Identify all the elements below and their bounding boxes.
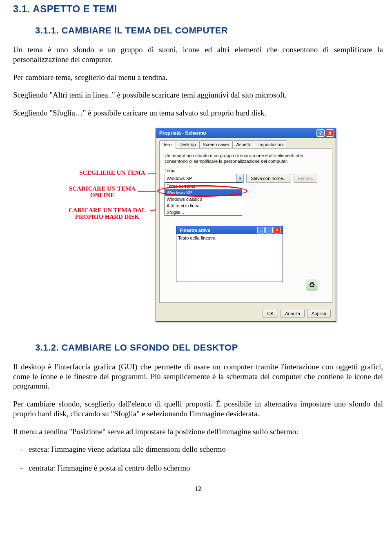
close-icon[interactable]: ×	[274, 227, 281, 233]
dropdown-item-sfoglia[interactable]: Sfoglia...	[165, 209, 242, 215]
tab-temi[interactable]: Temi	[159, 140, 176, 149]
tab-impostazioni[interactable]: Impostazioni	[255, 140, 287, 149]
tab-aspetto[interactable]: Aspetto	[232, 140, 255, 149]
paragraph-3: Scegliendo "Altri temi in linea.." è pos…	[13, 90, 383, 100]
figure-container: SCEGLIERE UN TEMA SCARICARE UN TEMA ONLI…	[13, 126, 383, 330]
dialog-button-row: OK Annulla Applica	[156, 306, 336, 321]
dialog-titlebar[interactable]: Proprietà - Schermo ? X	[156, 128, 336, 138]
tab-body-temi: Un tema è uno sfondo e un gruppo di suon…	[159, 148, 332, 303]
annotation-load-theme: CARICARE UN TEMA DAL PROPRIO HARD DISK	[63, 207, 151, 220]
theme-combobox[interactable]: Windows XP ▼	[165, 174, 244, 183]
paragraph-intro: Un tema è uno sfondo e un gruppo di suon…	[13, 45, 383, 64]
tab-strip: Temi Desktop Screen saver Aspetto Impost…	[156, 138, 336, 149]
tab-description: Un tema è uno sfondo e un gruppo di suon…	[165, 153, 327, 164]
tema-label: Tema:	[165, 168, 327, 173]
save-as-button[interactable]: Salva con nome...	[246, 174, 291, 183]
dialog-title: Proprietà - Schermo	[159, 130, 316, 136]
display-properties-dialog: Proprietà - Schermo ? X Temi Desktop Scr…	[156, 128, 336, 322]
annotation-download-theme: SCARICARE UN TEMA ONLINE	[67, 185, 138, 199]
list-item-estesa: estesa: l'immagine viene adattata alle d…	[29, 444, 383, 454]
chevron-down-icon[interactable]: ▼	[236, 174, 243, 182]
apply-button[interactable]: Applica	[307, 309, 331, 318]
dropdown-item-windows-xp[interactable]: Windows XP	[165, 189, 242, 196]
preview-window-title: Finestra attiva	[180, 228, 256, 233]
close-button[interactable]: X	[326, 129, 334, 137]
combo-value: Windows XP	[167, 176, 192, 181]
dropdown-item-windows-classico[interactable]: Windows classico	[165, 196, 242, 202]
preview-window-body: Testo della finestra	[176, 234, 283, 282]
tab-desktop[interactable]: Desktop	[176, 140, 199, 149]
cancel-button[interactable]: Annulla	[281, 309, 305, 318]
minimize-icon[interactable]: _	[257, 227, 265, 233]
position-list: estesa: l'immagine viene adattata alle d…	[13, 444, 383, 473]
heading-main: 3.1. ASPETTO E TEMI	[13, 3, 383, 15]
maximize-icon[interactable]: □	[265, 227, 273, 233]
paragraph-7: Il menu a tendina "Posizione" serve ad i…	[13, 427, 383, 437]
paragraph-4: Scegliendo "Sfoglia…" è possibile carica…	[13, 108, 383, 118]
delete-button[interactable]: Elimina	[294, 174, 317, 183]
recycle-bin-icon: ♻	[306, 279, 318, 291]
page-number: 12	[13, 485, 383, 493]
heading-sub-312: 3.1.2. CAMBIARE LO SFONDO DEL DESKTOP	[13, 342, 383, 353]
dropdown-item-tema-corrente[interactable]: Tema corrente	[165, 183, 242, 189]
paragraph-5: Il desktop è l'interfaccia grafica (GUI)…	[13, 362, 383, 391]
heading-sub-311: 3.1.1. CAMBIARE IL TEMA DEL COMPUTER	[13, 25, 383, 36]
list-item-centrata: centrata: l'immagine è posta al centro d…	[29, 463, 383, 473]
paragraph-6: Per cambiare sfondo, sceglierlo dall'ele…	[13, 399, 383, 419]
theme-dropdown-list: Tema corrente Windows XP Windows classic…	[165, 182, 242, 216]
paragraph-2: Per cambiare tema, sceglierlo dal menu a…	[13, 73, 383, 82]
tab-screensaver[interactable]: Screen saver	[199, 140, 233, 149]
ok-button[interactable]: OK	[263, 309, 278, 318]
help-button[interactable]: ?	[316, 129, 325, 137]
annotation-choose-theme: SCEGLIERE UN TEMA	[76, 169, 149, 176]
dropdown-item-altri-temi[interactable]: Altri temi in linea...	[165, 202, 242, 209]
preview-window-titlebar: Finestra attiva _ □ ×	[176, 226, 283, 234]
preview-window: Finestra attiva _ □ × Testo della finest…	[176, 226, 283, 282]
